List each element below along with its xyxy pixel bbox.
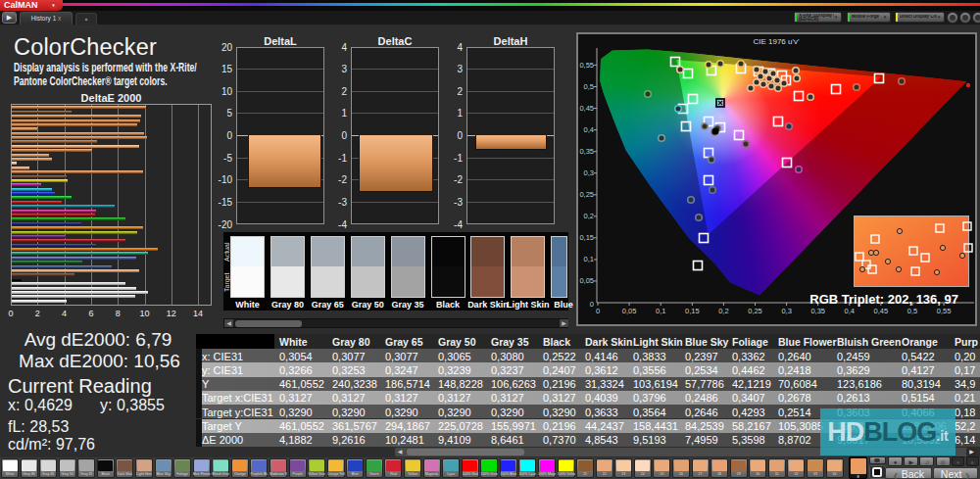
svg-text:0,15: 0,15 [685, 307, 700, 315]
svg-text:CIE 1976 u'v': CIE 1976 u'v' [753, 37, 800, 46]
svg-text:0,1: 0,1 [584, 255, 594, 263]
svg-text:0,2: 0,2 [584, 212, 594, 220]
svg-text:0,25: 0,25 [579, 190, 594, 199]
svg-text:0,2: 0,2 [718, 307, 728, 315]
svg-text:0,05: 0,05 [622, 307, 637, 315]
svg-text:0,05: 0,05 [579, 276, 594, 285]
svg-text:0,25: 0,25 [748, 307, 762, 315]
svg-text:0,4: 0,4 [845, 307, 855, 315]
svg-text:0,35: 0,35 [810, 307, 825, 315]
svg-text:0,35: 0,35 [579, 147, 594, 156]
svg-text:0,55: 0,55 [579, 61, 594, 70]
svg-text:0,55: 0,55 [937, 307, 952, 315]
svg-text:0,45: 0,45 [874, 307, 889, 315]
svg-text:0: 0 [596, 307, 600, 315]
svg-text:0,3: 0,3 [584, 168, 594, 177]
svg-text:0,3: 0,3 [781, 307, 791, 315]
svg-text:RGB Triplet: 202, 136, 97: RGB Triplet: 202, 136, 97 [809, 292, 958, 307]
svg-text:0,4: 0,4 [584, 125, 594, 134]
svg-text:0,5: 0,5 [907, 307, 917, 315]
svg-text:0,1: 0,1 [656, 307, 665, 315]
svg-text:0: 0 [590, 300, 594, 309]
svg-text:0,45: 0,45 [579, 104, 594, 113]
svg-text:0,5: 0,5 [584, 82, 594, 91]
svg-text:0,15: 0,15 [579, 233, 594, 242]
